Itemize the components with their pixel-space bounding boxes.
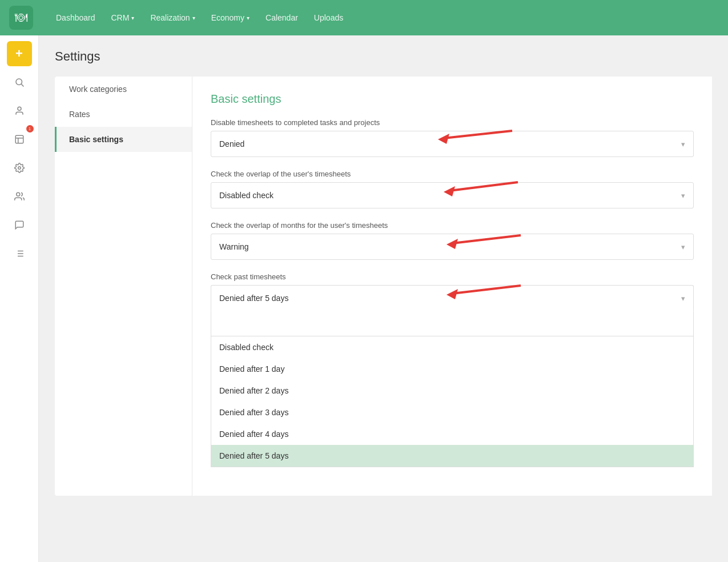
users-sidebar-icon[interactable] xyxy=(7,98,32,123)
top-navigation: 🍽 Dashboard CRM ▾ Realization ▾ Economy … xyxy=(0,0,728,35)
tasks-badge: 1 xyxy=(26,125,34,133)
svg-point-6 xyxy=(18,167,21,170)
select-box-2[interactable]: Disabled check ▾ xyxy=(211,182,694,208)
nav-crm[interactable]: CRM ▾ xyxy=(111,13,135,22)
menu-item-work-categories[interactable]: Work categories xyxy=(55,77,192,102)
chevron-icon-1: ▾ xyxy=(681,140,685,148)
menu-item-basic-settings[interactable]: Basic settings xyxy=(55,127,192,152)
side-menu: Work categories Rates Basic settings xyxy=(55,77,192,496)
messages-sidebar-icon[interactable] xyxy=(7,212,32,238)
reports-sidebar-icon[interactable] xyxy=(7,184,32,209)
field-label-1: Disable timesheets to completed tasks an… xyxy=(211,118,694,127)
select-box-3[interactable]: Warning ▾ xyxy=(211,234,694,260)
svg-point-2 xyxy=(18,107,21,110)
tasks-sidebar-icon[interactable]: 1 xyxy=(7,127,32,152)
chevron-icon-2: ▾ xyxy=(681,191,685,200)
select-box-1[interactable]: Denied ▾ xyxy=(211,131,694,157)
dropdown-option-5days[interactable]: Denied after 5 days xyxy=(211,445,693,467)
svg-point-7 xyxy=(16,192,19,196)
dropdown-option-3days[interactable]: Denied after 3 days xyxy=(211,402,693,423)
page-title: Settings xyxy=(55,49,712,64)
logo-icon: 🍽 xyxy=(15,10,27,25)
dropdown-option-1day[interactable]: Denied after 1 day xyxy=(211,358,693,380)
search-sidebar-icon[interactable] xyxy=(7,70,32,95)
crm-arrow-icon: ▾ xyxy=(131,15,134,21)
dropdown-option-disabled-check[interactable]: Disabled check xyxy=(211,336,693,358)
section-title: Basic settings xyxy=(211,93,694,106)
left-sidebar: + 1 xyxy=(0,35,39,562)
svg-point-0 xyxy=(16,79,22,85)
field-group-2: Check the overlap of the user's timeshee… xyxy=(211,170,694,208)
field-group-3: Check the overlap of months for the user… xyxy=(211,221,694,260)
content-panel: Basic settings Disable timesheets to com… xyxy=(192,77,712,496)
field-label-4: Check past timesheets xyxy=(211,272,694,281)
field-label-3: Check the overlap of months for the user… xyxy=(211,221,694,230)
nav-realization[interactable]: Realization ▾ xyxy=(150,13,195,22)
dropdown-option-4days[interactable]: Denied after 4 days xyxy=(211,423,693,445)
settings-layout: Work categories Rates Basic settings xyxy=(55,77,712,496)
select-box-4[interactable]: Denied after 5 days ▾ xyxy=(211,285,694,311)
menu-item-rates[interactable]: Rates xyxy=(55,102,192,127)
economy-arrow-icon: ▾ xyxy=(247,15,250,21)
field-label-2: Check the overlap of the user's timeshee… xyxy=(211,170,694,178)
nav-dashboard[interactable]: Dashboard xyxy=(56,13,95,22)
nav-uploads[interactable]: Uploads xyxy=(314,13,343,22)
dropdown-search-input[interactable] xyxy=(211,311,694,336)
gear-sidebar-icon[interactable] xyxy=(7,155,32,180)
svg-line-1 xyxy=(21,84,23,86)
nav-calendar[interactable]: Calendar xyxy=(266,13,298,22)
main-area: Settings Work categories Rates Basic set… xyxy=(39,35,728,562)
list-sidebar-icon[interactable] xyxy=(7,241,32,266)
nav-economy[interactable]: Economy ▾ xyxy=(211,13,250,22)
logo[interactable]: 🍽 xyxy=(9,6,33,30)
dropdown-option-2days[interactable]: Denied after 2 days xyxy=(211,380,693,402)
field-group-4: Check past timesheets Denied after 5 day… xyxy=(211,272,694,467)
dropdown-list: Disabled check Denied after 1 day Denied… xyxy=(211,336,694,467)
chevron-icon-3: ▾ xyxy=(681,243,685,251)
chevron-icon-4: ▾ xyxy=(681,294,685,303)
realization-arrow-icon: ▾ xyxy=(192,15,195,21)
svg-rect-3 xyxy=(15,135,23,143)
add-button[interactable]: + xyxy=(7,41,32,66)
field-group-1: Disable timesheets to completed tasks an… xyxy=(211,118,694,157)
